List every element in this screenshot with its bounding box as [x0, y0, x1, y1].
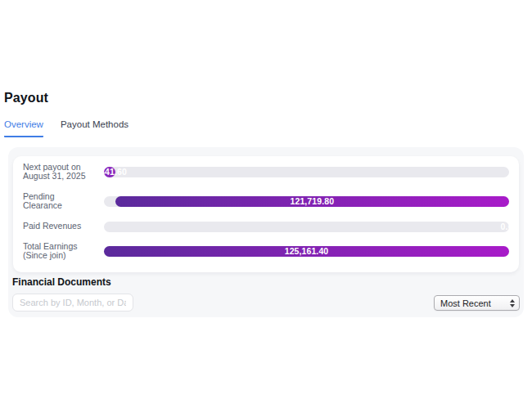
progress-fill: 125,161.40: [104, 246, 509, 257]
tab-overview[interactable]: Overview: [4, 119, 43, 137]
tab-bar: Overview Payout Methods: [4, 119, 128, 137]
payout-row-pending-clearance: Pending Clearance 121,719.80: [23, 190, 509, 213]
payout-summary-card: Next payout on August 31, 2025 3,441.60 …: [13, 156, 519, 272]
stepper-up-down-icon: [510, 299, 519, 307]
sort-select-value: Most Recent: [435, 298, 510, 308]
progress-bar-total-earnings: 125,161.40: [104, 246, 509, 257]
progress-bar-next-payout: 3,441.60: [104, 167, 509, 177]
sort-select[interactable]: Most Recent: [434, 295, 520, 311]
search-input[interactable]: [12, 294, 133, 312]
bar-value: 121,719.80: [291, 196, 335, 206]
row-label: Next payout on August 31, 2025: [23, 163, 104, 182]
progress-fill: 121,719.80: [115, 196, 509, 207]
payout-overview-panel: Next payout on August 31, 2025 3,441.60 …: [8, 147, 524, 317]
financial-documents-heading: Financial Documents: [12, 276, 111, 288]
payout-row-next-payout: Next payout on August 31, 2025 3,441.60: [23, 161, 509, 182]
row-label: Total Earnings (Since join): [23, 242, 104, 261]
row-label: Pending Clearance: [23, 192, 104, 211]
page-title: Payout: [4, 91, 48, 105]
payout-row-paid-revenues: Paid Revenues 0.00: [23, 220, 509, 233]
progress-bar-pending-clearance: 121,719.80: [104, 196, 509, 207]
row-label: Paid Revenues: [23, 222, 104, 231]
bar-value: 125,161.40: [285, 246, 329, 256]
progress-bar-paid-revenues: 0.00: [104, 222, 509, 232]
bar-value: 0.00: [501, 222, 509, 231]
bar-value: 3,441.60: [92, 167, 127, 177]
tab-payout-methods[interactable]: Payout Methods: [61, 119, 128, 137]
payout-row-total-earnings: Total Earnings (Since join) 125,161.40: [23, 240, 509, 262]
